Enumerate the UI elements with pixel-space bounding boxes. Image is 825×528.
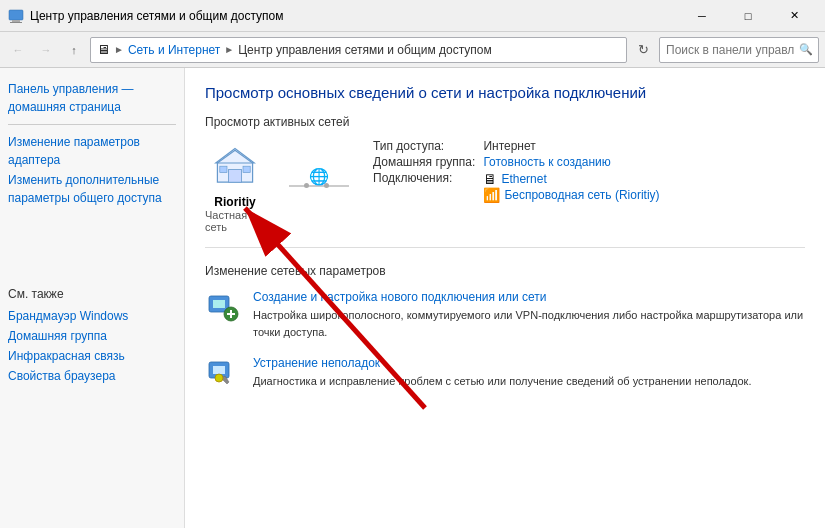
svg-rect-16 [213,366,225,374]
svg-rect-2 [10,22,22,23]
svg-rect-11 [213,300,225,308]
troubleshoot-desc: Диагностика и исправление проблем с сеть… [253,375,751,387]
breadcrumb-current: Центр управления сетями и общим доступом [238,43,492,57]
svg-rect-8 [243,166,250,172]
access-type-value: Интернет [483,139,805,153]
sidebar-item-firewall[interactable]: Брандмауэр Windows [8,307,176,325]
back-icon: ← [13,44,24,56]
title-bar-icon [8,8,24,24]
network-type: Частная сеть [205,209,265,233]
network-graphic [211,143,259,191]
svg-rect-0 [9,10,23,20]
sidebar-item-adapter[interactable]: Изменение параметров адаптера [8,133,176,169]
troubleshoot-text: Устранение неполадок Диагностика и испра… [253,356,805,390]
svg-point-17 [215,374,223,382]
title-bar-text: Центр управления сетями и общим доступом [30,9,679,23]
sidebar: Панель управления — домашняя страница Из… [0,68,185,528]
sidebar-item-infrared[interactable]: Инфракрасная связь [8,347,176,365]
forward-icon: → [41,44,52,56]
ethernet-link[interactable]: Ethernet [501,172,546,186]
troubleshoot-icon [205,356,241,392]
connection-wifi: 📶 Беспроводная сеть (Rioritiy) [483,187,805,203]
connections-list: 🖥 Ethernet 📶 Беспроводная сеть (Rioritiy… [483,171,805,203]
title-bar-buttons: ─ □ ✕ [679,0,817,32]
sidebar-item-homegroup[interactable]: Домашняя группа [8,327,176,345]
minimize-button[interactable]: ─ [679,0,725,32]
access-type-label: Тип доступа: [373,139,475,153]
network-info: Тип доступа: Интернет Домашняя группа: Г… [373,139,805,233]
svg-rect-1 [12,20,20,22]
maximize-button[interactable]: □ [725,0,771,32]
sidebar-item-sharing[interactable]: Изменить дополнительные параметры общего… [8,171,176,207]
main-layout: Панель управления — домашняя страница Из… [0,68,825,528]
address-bar: ← → ↑ 🖥 ► Сеть и Интернет ► Центр управл… [0,32,825,68]
title-bar: Центр управления сетями и общим доступом… [0,0,825,32]
breadcrumb-bar: 🖥 ► Сеть и Интернет ► Центр управления с… [90,37,627,63]
search-input[interactable] [659,37,819,63]
new-connection-icon [205,290,241,326]
refresh-button[interactable]: ↻ [631,38,655,62]
sidebar-item-home[interactable]: Панель управления — домашняя страница [8,80,176,116]
active-networks-title: Просмотр активных сетей [205,115,805,129]
connections-label: Подключения: [373,171,475,203]
svg-rect-7 [220,166,227,172]
up-button[interactable]: ↑ [62,38,86,62]
new-connection-text: Создание и настройка нового подключения … [253,290,805,340]
network-card: Rioritiy Частная сеть 🌐 Тип доступа: Инт… [205,139,805,248]
page-title: Просмотр основных сведений о сети и наст… [205,84,805,101]
search-wrapper: 🔍 [659,37,819,63]
refresh-icon: ↻ [638,42,649,57]
up-icon: ↑ [71,44,77,56]
back-button[interactable]: ← [6,38,30,62]
network-connector: 🌐 [289,139,349,233]
close-button[interactable]: ✕ [771,0,817,32]
ethernet-icon: 🖥 [483,171,497,187]
see-also-title: См. также [8,287,176,301]
troubleshoot-link[interactable]: Устранение неполадок [253,356,805,370]
action-new-connection: Создание и настройка нового подключения … [205,290,805,340]
sidebar-divider-1 [8,124,176,125]
new-connection-desc: Настройка широкополосного, коммутируемог… [253,309,803,338]
breadcrumb-network[interactable]: Сеть и Интернет [128,43,220,57]
breadcrumb-pc-icon: 🖥 [97,42,110,57]
svg-rect-6 [229,169,242,182]
new-connection-link[interactable]: Создание и настройка нового подключения … [253,290,805,304]
content-area: Просмотр основных сведений о сети и наст… [185,68,825,528]
breadcrumb-sep-1: ► [114,44,124,55]
sidebar-item-browser[interactable]: Свойства браузера [8,367,176,385]
wifi-icon: 📶 [483,187,500,203]
action-troubleshoot: Устранение неполадок Диагностика и испра… [205,356,805,392]
change-settings-title: Изменение сетевых параметров [205,264,805,278]
network-icon-area: Rioritiy Частная сеть [205,139,265,233]
forward-button[interactable]: → [34,38,58,62]
globe-icon: 🌐 [309,167,329,186]
homegroup-label: Домашняя группа: [373,155,475,169]
breadcrumb-sep-2: ► [224,44,234,55]
network-name: Rioritiy [214,195,255,209]
wifi-link[interactable]: Беспроводная сеть (Rioritiy) [504,188,659,202]
homegroup-value[interactable]: Готовность к созданию [483,155,805,169]
connection-ethernet: 🖥 Ethernet [483,171,805,187]
